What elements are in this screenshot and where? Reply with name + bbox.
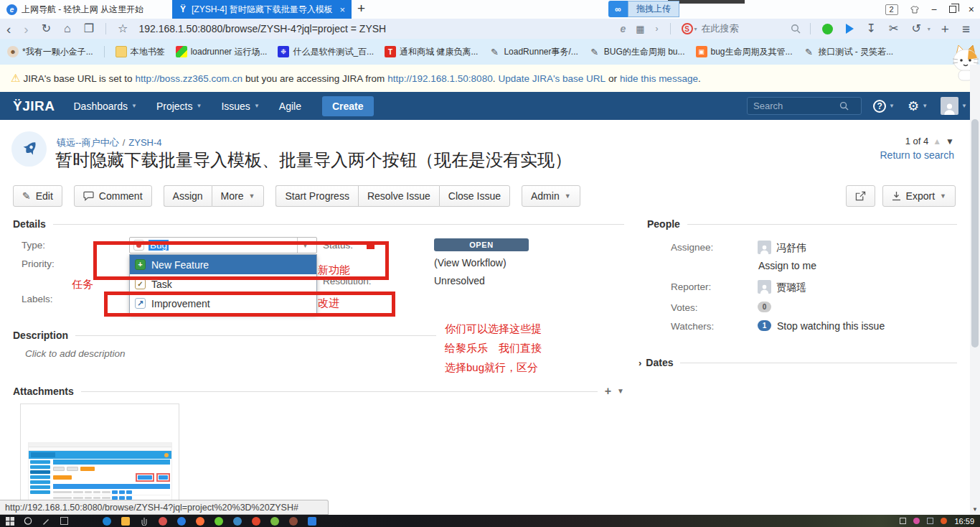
taskbar-app-blue-icon[interactable] — [233, 517, 242, 526]
assign-to-me-link[interactable]: Assign to me — [758, 260, 816, 271]
nav-dashboards[interactable]: Dashboards▼ — [73, 101, 136, 112]
close-issue-button[interactable]: Close Issue — [439, 185, 510, 207]
breadcrumb-issue-key-link[interactable]: ZYSH-4 — [128, 137, 161, 148]
description-placeholder[interactable]: Click to add description — [25, 348, 126, 359]
hide-message-link[interactable]: hide this message — [620, 73, 698, 84]
page-scrollbar[interactable]: ▼ — [970, 65, 980, 515]
tray-flame-icon[interactable] — [941, 518, 947, 524]
bookmark-item[interactable]: 本地书签 — [116, 46, 165, 58]
tray-window-icon[interactable] — [900, 518, 906, 524]
taskbar-app-green-icon[interactable] — [215, 517, 223, 526]
scrollbar-thumb[interactable] — [971, 119, 979, 348]
home-icon[interactable]: ⌂ — [64, 23, 71, 34]
jira-search-input[interactable] — [753, 101, 839, 111]
taskbar-edge-icon[interactable] — [103, 517, 111, 526]
screenshot-scissors-icon[interactable]: ✂ — [889, 23, 898, 34]
taskbar-folder-icon[interactable] — [121, 517, 130, 526]
jira-search-box[interactable] — [747, 97, 862, 115]
comment-button[interactable]: Comment — [74, 185, 152, 207]
help-menu[interactable]: ?▼ — [873, 100, 895, 113]
export-button[interactable]: Export▼ — [882, 185, 956, 207]
qr-code-icon[interactable]: ▦ — [636, 24, 644, 34]
video-play-icon[interactable] — [846, 24, 854, 34]
add-icon[interactable]: + — [941, 22, 949, 36]
bookmark-item[interactable]: loadrunner 运行场... — [176, 46, 268, 58]
reporter-name[interactable]: 贾璐瑶 — [776, 281, 806, 294]
search-engine-icon[interactable]: S — [682, 23, 693, 34]
taskbar-clip-icon[interactable] — [140, 517, 149, 526]
breadcrumb-project-link[interactable]: 镇远--商户中心 — [57, 137, 119, 148]
taskbar-ie-icon[interactable] — [177, 517, 186, 526]
nav-projects[interactable]: Projects▼ — [156, 101, 202, 112]
add-attachment-icon[interactable]: + — [605, 386, 611, 397]
watchers-badge[interactable]: 1 — [758, 320, 771, 331]
taskbar-app-brown-icon[interactable] — [289, 517, 298, 526]
tray-keyboard-icon[interactable] — [927, 518, 933, 524]
chevron-right-icon[interactable]: › — [639, 358, 641, 368]
tab-count-badge[interactable]: 2 — [885, 4, 898, 15]
bookmark-item[interactable]: ✎LoadRunner事务/... — [489, 46, 578, 58]
reading-list-icon[interactable]: ❐ — [84, 23, 94, 34]
pen-workspace-icon[interactable] — [42, 517, 50, 526]
taskbar-firefox-icon[interactable] — [196, 517, 204, 526]
attachment-options-caret-icon[interactable]: ▼ — [617, 388, 624, 395]
forward-icon[interactable]: › — [24, 22, 28, 36]
bookmark-item[interactable]: ✎接口测试 - 灵笑若... — [804, 46, 894, 58]
attachment-thumbnail[interactable] — [20, 404, 179, 505]
tab-nav-home[interactable]: e 上网导航 - 轻快上网 从这里开始 — [0, 0, 169, 19]
taskbar-clock[interactable]: 16:59 — [954, 517, 974, 526]
bookmark-star-icon[interactable]: ☆ — [118, 23, 128, 34]
admin-settings-menu[interactable]: ⚙▼ — [908, 100, 928, 113]
menu-icon[interactable]: ≡ — [962, 22, 970, 36]
more-button[interactable]: More▼ — [212, 185, 265, 207]
bookmark-item[interactable]: ☻*我有一颗小金子... — [7, 46, 93, 58]
taskbar-app-flame-icon[interactable] — [252, 517, 260, 526]
restore-button[interactable] — [949, 6, 956, 13]
taskbar-app-red-icon[interactable] — [159, 517, 167, 526]
chat-icon[interactable] — [822, 24, 833, 34]
start-progress-button[interactable]: Start Progress — [275, 185, 357, 207]
scrollbar-down-icon[interactable]: ▼ — [970, 504, 980, 515]
url-input[interactable]: 192.168.1.50:8080/browse/ZYSH-4?jql=proj… — [138, 23, 386, 34]
stop-watching-link[interactable]: Stop watching this issue — [777, 320, 885, 332]
drag-upload-button[interactable]: ∞ 拖拽上传 — [608, 1, 679, 17]
skin-icon[interactable] — [910, 5, 919, 14]
edit-button[interactable]: ✎Edit — [13, 185, 62, 207]
new-tab-button[interactable]: + — [357, 1, 365, 17]
caret-down-icon[interactable]: ▾ — [928, 26, 930, 32]
tray-app-icon[interactable] — [913, 518, 920, 524]
task-view-button[interactable] — [60, 517, 68, 526]
back-icon[interactable]: ‹ — [6, 22, 11, 36]
download-icon[interactable]: ↧ — [867, 23, 876, 34]
ie-mode-icon[interactable]: e — [620, 23, 626, 34]
history-undo-icon[interactable]: ↺ — [911, 23, 920, 34]
resolve-issue-button[interactable]: Resolve Issue — [358, 185, 439, 207]
bookmark-item[interactable]: T通和商城 健康负离... — [385, 46, 478, 58]
access-url-link[interactable]: http://192.168.1.50:8080 — [387, 73, 492, 84]
dates-heading[interactable]: › Dates — [639, 357, 957, 368]
quick-search-input[interactable]: 在此搜索 — [702, 22, 786, 35]
taskbar-app-lime-icon[interactable] — [270, 517, 279, 526]
share-button[interactable] — [846, 185, 875, 207]
admin-button[interactable]: Admin▼ — [522, 185, 580, 207]
close-button[interactable]: × — [969, 4, 974, 14]
expand-icon[interactable]: › — [656, 24, 659, 33]
tab-jira-issue[interactable]: Ÿ [ZYSH-4] 暂时隐藏下载批量导入模板 × — [172, 0, 352, 19]
previous-issue-icon[interactable]: ▲ — [933, 136, 941, 146]
tab-close-icon[interactable]: × — [339, 4, 345, 15]
assignee-name[interactable]: 冯舒伟 — [776, 242, 806, 255]
caret-down-icon[interactable]: ▾ — [694, 26, 697, 32]
start-button[interactable] — [6, 517, 14, 526]
return-to-search-link[interactable]: Return to search — [880, 149, 955, 161]
base-url-link[interactable]: http://boss.zz365.com.cn — [136, 73, 242, 84]
taskbar-app-square-icon[interactable] — [308, 517, 316, 526]
bookmark-item[interactable]: ❉什么是软件测试_百... — [278, 46, 374, 58]
bookmark-item[interactable]: ▣bug生命周期及其管... — [696, 46, 793, 58]
view-workflow-link[interactable]: (View Workflow) — [434, 257, 507, 269]
minimize-button[interactable]: − — [931, 4, 937, 14]
next-issue-icon[interactable]: ▼ — [946, 136, 954, 146]
cortana-search-button[interactable] — [24, 517, 32, 526]
jira-logo[interactable]: ŸJIRA — [13, 98, 55, 114]
assign-button[interactable]: Assign — [164, 185, 212, 207]
user-profile-menu[interactable]: ▼ — [941, 97, 967, 115]
